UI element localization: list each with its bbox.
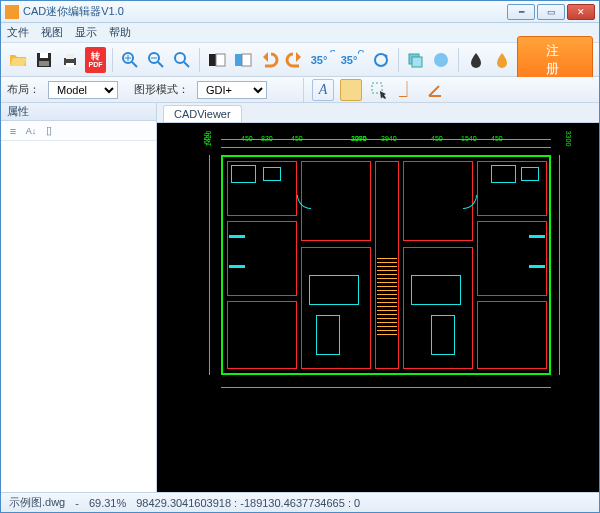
svg-rect-2 <box>39 61 49 66</box>
water-color-button[interactable] <box>491 47 513 73</box>
rotate-360-button[interactable] <box>370 47 392 73</box>
svg-rect-4 <box>66 54 74 59</box>
separator <box>398 48 399 72</box>
zoom-out-button[interactable] <box>145 47 167 73</box>
gmode-label: 图形模式： <box>134 82 189 97</box>
undo-button[interactable] <box>258 47 280 73</box>
window-controls: ━ ▭ ✕ <box>507 4 595 20</box>
separator <box>303 78 304 102</box>
separator <box>458 48 459 72</box>
layers-button[interactable] <box>404 47 426 73</box>
fill-circle-button[interactable] <box>430 47 452 73</box>
panel-collapse-icon[interactable]: ▯ <box>41 123 57 139</box>
color-mode-button[interactable] <box>232 47 254 73</box>
floorplan-drawing: 3940 820 1270 1540 650 1420 3300 450 450 <box>201 135 571 395</box>
redo-button[interactable] <box>284 47 306 73</box>
minimize-button[interactable]: ━ <box>507 4 535 20</box>
water-dark-button[interactable] <box>465 47 487 73</box>
rotate-right-button[interactable]: 35° <box>340 47 366 73</box>
svg-point-22 <box>434 53 448 67</box>
main-toolbar: 转PDF 35° 35° 注 册 <box>1 43 599 77</box>
svg-line-14 <box>184 62 189 67</box>
status-filename: 示例图.dwg <box>9 495 65 510</box>
text-tool-button[interactable]: A <box>312 79 334 101</box>
app-icon <box>5 5 19 19</box>
panel-sort-icon[interactable]: ≡ <box>5 123 21 139</box>
svg-point-13 <box>175 53 185 63</box>
svg-rect-21 <box>412 57 422 67</box>
separator <box>112 48 113 72</box>
properties-panel: 属性 ≡ A↓ ▯ <box>1 103 157 492</box>
save-button[interactable] <box>33 47 55 73</box>
status-coords: 98429.3041603918 : -189130.4637734665 : … <box>136 497 360 509</box>
highlight-tool-button[interactable] <box>340 79 362 101</box>
svg-rect-1 <box>40 53 48 58</box>
status-bar: 示例图.dwg - 69.31% 98429.3041603918 : -189… <box>1 492 599 512</box>
viewer-tabs: CADViewer <box>157 103 599 123</box>
svg-line-11 <box>158 62 163 67</box>
svg-rect-5 <box>66 63 74 67</box>
panel-az-icon[interactable]: A↓ <box>23 123 39 139</box>
angle-tool-button[interactable] <box>424 79 446 101</box>
menu-bar: 文件 视图 显示 帮助 <box>1 23 599 43</box>
svg-rect-16 <box>216 54 225 66</box>
layout-label: 布局： <box>7 82 40 97</box>
layout-select[interactable]: Model <box>48 81 118 99</box>
zoom-in-button[interactable] <box>119 47 141 73</box>
menu-display[interactable]: 显示 <box>75 25 97 40</box>
stairs-icon <box>377 255 397 335</box>
drawing-canvas[interactable]: 3940 820 1270 1540 650 1420 3300 450 450 <box>157 123 599 492</box>
main-area: 属性 ≡ A↓ ▯ CADViewer 3940 820 <box>1 103 599 492</box>
open-button[interactable] <box>7 47 29 73</box>
select-tool-button[interactable] <box>368 79 390 101</box>
export-pdf-button[interactable]: 转PDF <box>85 47 106 73</box>
status-zoom: 69.31% <box>89 497 126 509</box>
close-button[interactable]: ✕ <box>567 4 595 20</box>
rotate-left-button[interactable]: 35° <box>310 47 336 73</box>
maximize-button[interactable]: ▭ <box>537 4 565 20</box>
app-window: CAD迷你编辑器V1.0 ━ ▭ ✕ 文件 视图 显示 帮助 转PDF 35° … <box>0 0 600 513</box>
svg-line-7 <box>132 62 137 67</box>
ortho-tool-button[interactable]: ⏌ <box>396 79 418 101</box>
panel-header: 属性 <box>1 103 156 121</box>
svg-rect-18 <box>242 54 251 66</box>
menu-view[interactable]: 视图 <box>41 25 63 40</box>
menu-file[interactable]: 文件 <box>7 25 29 40</box>
viewer-area: CADViewer 3940 820 1270 1540 650 1420 <box>157 103 599 492</box>
print-button[interactable] <box>59 47 81 73</box>
window-title: CAD迷你编辑器V1.0 <box>23 4 507 19</box>
separator <box>199 48 200 72</box>
title-bar: CAD迷你编辑器V1.0 ━ ▭ ✕ <box>1 1 599 23</box>
panel-controls: ≡ A↓ ▯ <box>1 121 156 141</box>
panel-body <box>1 141 156 492</box>
bw-mode-button[interactable] <box>206 47 228 73</box>
status-sep: - <box>75 497 79 509</box>
secondary-toolbar: 布局： Model 图形模式： GDI+ A ⏌ <box>1 77 599 103</box>
zoom-fit-button[interactable] <box>171 47 193 73</box>
menu-help[interactable]: 帮助 <box>109 25 131 40</box>
gmode-select[interactable]: GDI+ <box>197 81 267 99</box>
tab-cadviewer[interactable]: CADViewer <box>163 105 242 122</box>
